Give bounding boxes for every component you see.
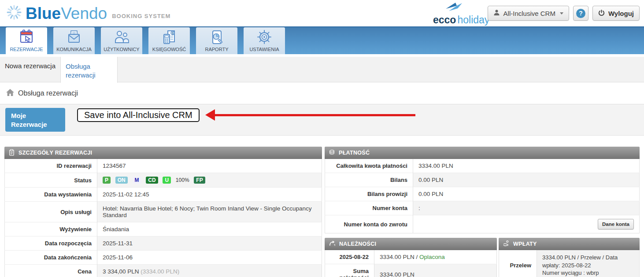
row-value: 0.00 PLN [413, 187, 640, 201]
status-percent: 100% [176, 177, 189, 184]
crm-user-label: All-Inclusive CRM [503, 10, 555, 17]
table-row: Bilans 0.00 PLN [325, 173, 640, 187]
tab-rezerwacje[interactable]: REZERWACJE [6, 27, 47, 54]
tab-uzytkownicy[interactable]: UŻYTKOWNICY [101, 27, 142, 54]
status-badge: FP [194, 177, 205, 184]
tab-label: KOMUNIKACJA [56, 47, 91, 52]
table-row: Suma należności 3334.00 PLN [325, 264, 497, 277]
row-value: 2025-11-02 12:45 [97, 188, 322, 202]
hand-coin-icon [503, 240, 510, 248]
tab-label: RAPORTY [205, 47, 229, 52]
coins-icon [329, 149, 335, 157]
dane-konta-button[interactable]: Dane konta [598, 219, 634, 229]
panel-szczegoly-rezerwacji: SZCZEGÓŁY REZERWACJI ID rezerwacji 12345… [4, 147, 322, 277]
paid-status: Oplacona [419, 254, 445, 260]
brand-tagline: BOOKING SYSTEM [112, 13, 170, 19]
save-into-crm-button[interactable]: Save into All-Inclusive CRM [77, 108, 200, 122]
users-icon [113, 29, 130, 46]
clipboard-icon [8, 149, 15, 157]
arrow-line [215, 114, 415, 116]
tab-raporty[interactable]: RAPORTY [196, 27, 237, 54]
helm-icon [255, 29, 273, 46]
price-main: 3 334,00 PLN [103, 268, 139, 275]
row-value: Hotel: Navarria Blue Hotel; 6 Nocy; Twin… [97, 202, 322, 222]
panel-header: NALEŻNOŚCI [325, 238, 497, 250]
payment-line2: Numer wyciągu : wbrp [542, 269, 634, 277]
panel-header: SZCZEGÓŁY REZERWACJI [4, 147, 322, 159]
calendar-icon [18, 29, 35, 46]
row-label: Opis usługi [5, 202, 97, 222]
row-value: 3 334,00 PLN (3334.00 PLN) [97, 265, 322, 277]
row-label: 2025-08-22 [325, 250, 374, 264]
status-badge: P [103, 177, 111, 184]
arrow-right-icon [329, 240, 336, 248]
my-reservations-button[interactable]: Moje Rezerwacje [5, 108, 65, 132]
user-icon [493, 9, 500, 17]
top-header: BlueVendo BOOKING SYSTEM eccoholiday All… [0, 0, 644, 26]
row-label: Cena [5, 265, 97, 277]
row-label: Suma należności [325, 264, 374, 277]
price-note: (3334.00 PLN) [141, 268, 179, 275]
row-label: Data zakończenia [5, 251, 97, 265]
table-row: 2025-08-22 3334.00 PLN / Oplacona [325, 250, 497, 264]
table-row: Numer konta do zwrotu Dane konta [325, 215, 640, 233]
row-value: Śniadania [97, 222, 322, 236]
table-row: Opis usługi Hotel: Navarria Blue Hotel; … [5, 202, 322, 222]
brand-vendo: Vendo [61, 5, 107, 22]
submenu-item-obsluga-rezerwacji[interactable]: Obsługa rezerwacji [60, 57, 118, 83]
tab-ustawienia[interactable]: USTAWIENIA [244, 27, 285, 54]
row-label: Bilans [325, 173, 413, 187]
panel-naleznosci: NALEŻNOŚCI 2025-08-22 3334.00 PLN / Opla… [325, 238, 497, 277]
home-icon[interactable] [6, 89, 14, 98]
tab-label: KSIĘGOWOŚĆ [152, 47, 186, 52]
bird-icon [444, 2, 490, 15]
table-row: Data rozpoczęcia 2025-11-31 [5, 236, 322, 251]
tab-label: USTAWIENIA [249, 47, 279, 52]
partner-ecco: ecco [433, 14, 456, 26]
tab-ksiegowosc[interactable]: $ KSIĘGOWOŚĆ [148, 27, 190, 54]
question-icon: ? [576, 9, 585, 18]
table-row: Data wystawienia 2025-11-02 12:45 [5, 188, 322, 202]
power-icon [598, 9, 605, 18]
spinner-icon [5, 4, 23, 23]
row-label: ID rezerwacji [5, 159, 97, 173]
tab-label: UŻYTKOWNICY [104, 47, 139, 52]
row-value: 1234567 [97, 159, 322, 173]
row-label: Wyżywienie [5, 222, 97, 236]
breadcrumb-label: Obsługa rezerwacji [18, 89, 78, 97]
payment-line1: 3334.00 PLN / Przelew / Data wpłaty: 202… [542, 254, 634, 269]
tab-komunikacja[interactable]: KOMUNIKACJA [53, 27, 95, 54]
row-value: 2025-11-06 [97, 251, 322, 265]
row-value: 2025-11-31 [97, 236, 322, 251]
app-window: BlueVendo BOOKING SYSTEM eccoholiday All… [0, 0, 644, 277]
row-label: Przelew [499, 250, 537, 277]
table-row: Cena 3 334,00 PLN (3334.00 PLN) [5, 265, 322, 277]
table-row: ID rezerwacji 1234567 [5, 159, 322, 173]
report-icon [208, 29, 226, 46]
panel-title: NALEŻNOŚCI [339, 241, 376, 247]
status-badge: U [163, 177, 171, 184]
table-row: Bilans prowizji 0.00 PLN [325, 187, 640, 201]
crm-user-dropdown[interactable]: All-Inclusive CRM [488, 6, 569, 21]
row-value: 3334.00 PLN [413, 159, 640, 173]
logout-button[interactable]: Wyloguj [592, 6, 640, 21]
submenu-bar: Nowa rezerwacja Obsługa rezerwacji [0, 57, 644, 82]
table-row: Przelew 3334.00 PLN / Przelew / Data wpł… [499, 250, 640, 277]
help-button[interactable]: ? [573, 6, 588, 21]
row-value: 3334.00 PLN / Przelew / Data wpłaty: 202… [537, 250, 640, 277]
brand-blue: Blue [26, 5, 61, 22]
panel-title: SZCZEGÓŁY REZERWACJI [19, 150, 92, 156]
receivable-amount: 3334.00 PLN / [380, 254, 419, 260]
row-label: Bilans prowizji [325, 187, 413, 201]
status-badge: ON [115, 177, 128, 184]
panel-title: PŁATNOŚĆ [339, 150, 370, 156]
table-row: Numer konta : [325, 201, 640, 215]
arrow-head [205, 109, 215, 121]
row-label: Numer konta [325, 201, 413, 215]
envelope-icon [65, 29, 83, 46]
tab-label: REZERWACJE [10, 47, 43, 52]
submenu-item-nowa-rezerwacja[interactable]: Nowa rezerwacja [0, 57, 60, 82]
table-row: Status P ON M CD U 100% FP [5, 173, 322, 188]
table-row: Całkowita kwota płatności 3334.00 PLN [325, 159, 640, 173]
table-row: Wyżywienie Śniadania [5, 222, 322, 236]
